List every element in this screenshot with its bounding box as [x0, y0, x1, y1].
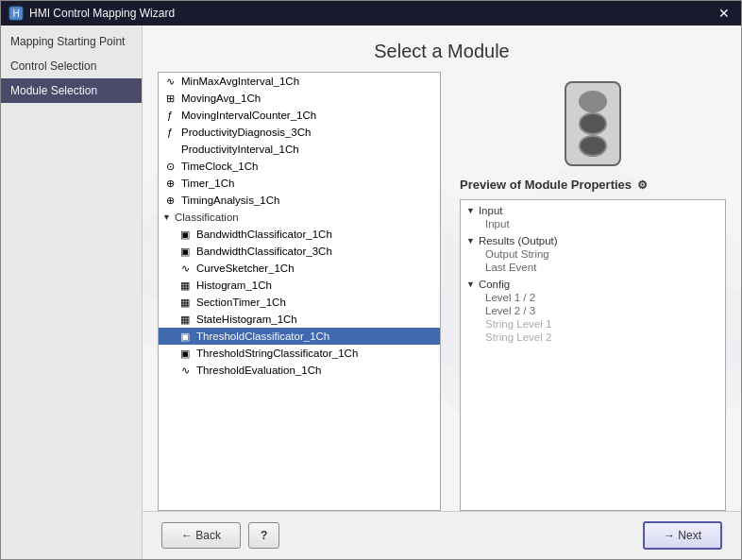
- sidebar-item-control-selection[interactable]: Control Selection: [1, 54, 142, 78]
- list-item[interactable]: ƒ MovingIntervalCounter_1Ch: [159, 107, 440, 124]
- columns: ∿ MinMaxAvgInterval_1Ch ⊞ MovingAvg_1Ch …: [143, 72, 741, 511]
- prop-group-header[interactable]: ▼ Input: [466, 204, 719, 217]
- prop-group-config: ▼ Config Level 1 / 2 Level 2 / 3 String …: [461, 276, 725, 346]
- module-label: MovingAvg_1Ch: [181, 93, 261, 104]
- title-bar: H HMI Control Mapping Wizard ✕: [1, 1, 741, 25]
- prop-group-header[interactable]: ▼ Config: [466, 278, 719, 291]
- list-item[interactable]: ▣ BandwidthClassificator_1Ch: [159, 226, 440, 243]
- list-item[interactable]: ⊞ MovingAvg_1Ch: [159, 90, 440, 107]
- category-classification[interactable]: ▼ Classification: [159, 209, 440, 226]
- module-list-panel: ∿ MinMaxAvgInterval_1Ch ⊞ MovingAvg_1Ch …: [158, 72, 441, 511]
- list-item[interactable]: ▣ BandwidthClassificator_3Ch: [159, 243, 440, 260]
- module-icon: ƒ: [162, 126, 177, 139]
- module-icon: ∿: [177, 262, 193, 275]
- list-item[interactable]: ∿ MinMaxAvgInterval_1Ch: [159, 73, 440, 90]
- module-label: BandwidthClassificator_1Ch: [196, 229, 332, 240]
- module-label: BandwidthClassificator_3Ch: [196, 246, 332, 257]
- module-icon: ƒ: [162, 109, 177, 122]
- category-label: Classification: [175, 212, 239, 223]
- list-item[interactable]: ▦ Histogram_1Ch: [159, 277, 440, 294]
- module-label: ThresholdStringClassificator_1Ch: [196, 348, 358, 359]
- module-label: TimingAnalysis_1Ch: [181, 195, 279, 206]
- module-label: ProductivityInterval_1Ch: [181, 144, 299, 155]
- traffic-light-top: [579, 91, 607, 112]
- next-button[interactable]: → Next: [643, 521, 722, 550]
- list-item-selected[interactable]: ▣ ThresholdClassificator_1Ch: [159, 328, 440, 345]
- sidebar-item-mapping-starting-point[interactable]: Mapping Starting Point: [1, 29, 142, 54]
- main-window: H HMI Control Mapping Wizard ✕ Mapping S…: [0, 0, 742, 560]
- traffic-light-middle: [579, 112, 607, 134]
- module-label: MovingIntervalCounter_1Ch: [181, 110, 316, 121]
- collapse-icon: ▼: [466, 236, 475, 246]
- module-preview-graphic: [565, 81, 621, 166]
- list-item[interactable]: ƒ ProductivityDiagnosis_3Ch: [159, 124, 440, 141]
- sidebar-item-module-selection[interactable]: Module Selection: [1, 78, 142, 103]
- group-label: Input: [479, 205, 503, 216]
- main-area: Select a Module ∿ MinMaxAvgInterval_1Ch …: [143, 25, 741, 559]
- module-icon: ∿: [177, 364, 193, 377]
- module-icon: ▦: [177, 313, 193, 326]
- module-icon: ▣: [177, 347, 193, 360]
- module-icon: ⊕: [162, 194, 177, 207]
- bottom-bar: ← Back ? → Next: [143, 511, 741, 559]
- module-icon: ⊕: [162, 177, 177, 190]
- prop-item: Level 2 / 3: [466, 304, 719, 317]
- group-label: Results (Output): [479, 235, 558, 246]
- list-item[interactable]: ⊕ TimingAnalysis_1Ch: [159, 192, 440, 209]
- list-item[interactable]: ∿ ThresholdEvaluation_1Ch: [159, 362, 440, 379]
- list-item[interactable]: ⊕ Timer_1Ch: [159, 175, 440, 192]
- module-label: TimeClock_1Ch: [181, 161, 258, 172]
- module-icon: ▣: [177, 330, 193, 343]
- module-label: StateHistogram_1Ch: [196, 314, 297, 325]
- group-label: Config: [479, 279, 510, 290]
- list-item[interactable]: ProductivityInterval_1Ch: [159, 141, 440, 158]
- prop-group-results: ▼ Results (Output) Output String Last Ev…: [461, 232, 725, 276]
- module-label: ProductivityDiagnosis_3Ch: [181, 127, 311, 138]
- module-label: SectionTimer_1Ch: [196, 297, 286, 308]
- settings-icon: ⚙: [637, 178, 648, 192]
- help-button[interactable]: ?: [248, 522, 279, 549]
- module-icon: ⊞: [162, 92, 177, 105]
- prop-group-header[interactable]: ▼ Results (Output): [466, 234, 719, 247]
- list-item[interactable]: ▦ SectionTimer_1Ch: [159, 294, 440, 311]
- module-label: Timer_1Ch: [181, 178, 234, 189]
- prop-group-input: ▼ Input Input: [461, 202, 725, 232]
- module-list[interactable]: ∿ MinMaxAvgInterval_1Ch ⊞ MovingAvg_1Ch …: [158, 72, 441, 511]
- properties-tree[interactable]: ▼ Input Input ▼ Results (Output): [460, 199, 726, 511]
- prop-item: Input: [466, 217, 719, 230]
- main-content: Select a Module ∿ MinMaxAvgInterval_1Ch …: [143, 25, 741, 511]
- module-label: Histogram_1Ch: [196, 280, 272, 291]
- window-title: HMI Control Mapping Wizard: [29, 7, 715, 20]
- sidebar: Mapping Starting Point Control Selection…: [1, 25, 143, 559]
- close-button[interactable]: ✕: [715, 4, 734, 23]
- window-icon: H: [8, 6, 24, 21]
- module-icon: ▣: [177, 245, 193, 258]
- list-item[interactable]: ▦ StateHistogram_1Ch: [159, 311, 440, 328]
- bottom-left-buttons: ← Back ?: [161, 522, 279, 549]
- right-panel: Preview of Module Properties ⚙ ▼ Input: [460, 72, 726, 511]
- module-icon: ▣: [177, 228, 193, 241]
- list-item[interactable]: ▣ ThresholdStringClassificator_1Ch: [159, 345, 440, 362]
- prop-item-muted: String Level 2: [466, 331, 719, 344]
- module-icon: ⊙: [162, 160, 177, 173]
- module-icon: [162, 143, 177, 156]
- preview-title: Preview of Module Properties ⚙: [460, 178, 648, 192]
- content-area: Mapping Starting Point Control Selection…: [1, 25, 741, 559]
- prop-item: Output String: [466, 247, 719, 261]
- svg-text:H: H: [12, 8, 19, 19]
- module-label: CurveSketcher_1Ch: [196, 263, 295, 274]
- module-label: ThresholdClassificator_1Ch: [196, 331, 329, 342]
- prop-item-muted: String Level 1: [466, 317, 719, 331]
- back-button[interactable]: ← Back: [161, 522, 241, 549]
- list-item[interactable]: ⊙ TimeClock_1Ch: [159, 158, 440, 175]
- module-icon: ▦: [177, 296, 193, 309]
- module-label: ThresholdEvaluation_1Ch: [196, 365, 321, 376]
- module-icon: ∿: [162, 75, 177, 88]
- collapse-icon: ▼: [162, 212, 171, 222]
- prop-item: Level 1 / 2: [466, 291, 719, 304]
- page-title: Select a Module: [143, 25, 741, 72]
- collapse-icon: ▼: [466, 206, 475, 215]
- list-item[interactable]: ∿ CurveSketcher_1Ch: [159, 260, 440, 277]
- module-icon: ▦: [177, 279, 193, 292]
- prop-item: Last Event: [466, 261, 719, 274]
